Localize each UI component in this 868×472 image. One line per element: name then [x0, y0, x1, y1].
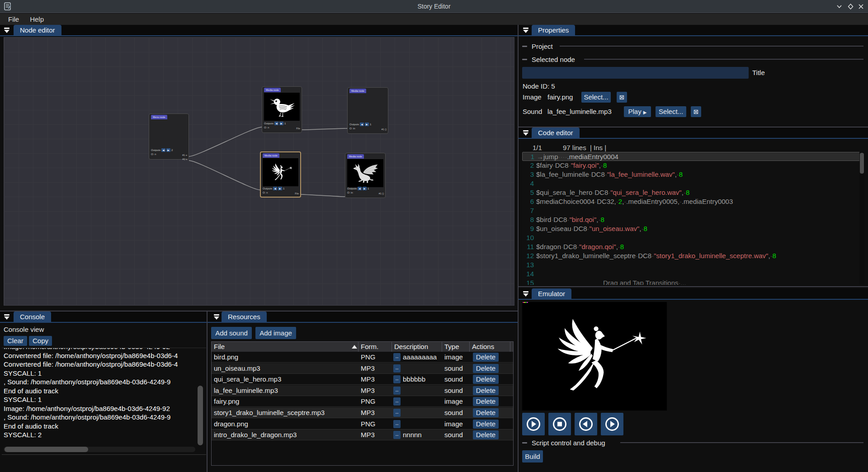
code-line[interactable]: 8$bird·DC8·"bird.qoi",·8 [522, 215, 860, 224]
code-line[interactable]: 7 [522, 206, 860, 215]
tab-resources[interactable]: Resources [222, 312, 267, 322]
code-text-area[interactable]: 1→jump····.mediaEntry00042$fairy·DC8·"fa… [522, 152, 860, 285]
table-row[interactable]: la_fee_luminelle.mp3MP3..soundDelete [212, 385, 513, 396]
edit-description-button[interactable]: .. [393, 431, 401, 439]
table-row[interactable]: dragon.pngPNG..imageDelete [212, 419, 513, 430]
console-horizontal-scrollbar[interactable] [4, 447, 195, 452]
table-row[interactable]: story1_drako_luminelle_sceptre.mp3MP3..s… [212, 407, 513, 418]
delete-button[interactable]: Delete [473, 430, 499, 439]
next-output-button[interactable]: ▶ [363, 187, 367, 190]
table-row[interactable]: qui_sera_le_hero.mp3MP3..bbbbbbsoundDele… [212, 374, 513, 385]
delete-button[interactable]: Delete [473, 420, 499, 429]
node-output-pin[interactable]: #1 () [382, 128, 387, 131]
edit-description-button[interactable]: .. [393, 409, 401, 417]
collapse-icon[interactable] [213, 314, 220, 320]
node-output-pin[interactable]: #1 () [379, 192, 384, 195]
tab-node-editor[interactable]: Node editor [14, 25, 61, 35]
tab-code-editor[interactable]: Code editor [532, 127, 580, 138]
column-header-actions[interactable]: Actions [470, 342, 510, 352]
code-line[interactable]: 10 [522, 233, 860, 242]
back-button[interactable] [575, 413, 597, 435]
delete-button[interactable]: Delete [473, 375, 499, 384]
menu-help[interactable]: Help [24, 14, 49, 24]
code-line[interactable]: 15Drag and Tap Transitions·... [522, 278, 860, 285]
prev-output-button[interactable]: ◀ [273, 187, 277, 190]
collapse-icon[interactable] [4, 314, 10, 320]
prev-output-button[interactable]: ◀ [358, 187, 362, 190]
code-line[interactable]: 11$dragon·DC8·"dragon.qoi",·8 [522, 242, 860, 251]
code-line[interactable]: 4 [522, 179, 860, 188]
node-dragon[interactable]: Media nodeOutputs◀▶1O: in#1 () [345, 153, 386, 198]
table-row[interactable]: bird.pngPNG..aaaaaaaaaimageDelete [212, 352, 513, 363]
edit-description-button[interactable]: .. [393, 375, 401, 383]
sound-play-button[interactable]: Play ▶ [624, 106, 651, 117]
delete-button[interactable]: Delete [473, 397, 499, 406]
add-sound-button[interactable]: Add sound [211, 327, 252, 339]
next-output-button[interactable]: ▶ [365, 123, 369, 126]
sound-clear-button[interactable]: ⊠ [691, 106, 701, 117]
collapse-icon[interactable] [4, 28, 10, 33]
forward-button[interactable] [601, 413, 623, 435]
tab-console[interactable]: Console [14, 312, 51, 322]
resources-table-header[interactable]: FileForm.DescriptionTypeActions [212, 342, 513, 352]
node-menu[interactable]: Menu nodeOutputs◀▶2O: n#1 e#2 s [149, 113, 189, 160]
edit-description-button[interactable]: .. [393, 420, 401, 428]
image-select-button[interactable]: Select... [581, 92, 611, 103]
delete-button[interactable]: Delete [473, 386, 499, 395]
code-line[interactable]: 3$la_fee_luminelle·DC8·"la_fee_luminelle… [522, 170, 860, 179]
close-icon[interactable] [858, 3, 864, 10]
node-bird[interactable]: Media nodeOutputs◀▶1O: nFile [262, 86, 302, 133]
collapse-icon[interactable] [523, 28, 529, 33]
code-line[interactable]: 2$fairy·DC8·"fairy.qoi",·8 [522, 161, 860, 170]
node-output-pin[interactable]: #2 s [183, 158, 187, 160]
edit-description-button[interactable]: .. [393, 353, 401, 361]
play-button[interactable] [522, 413, 545, 435]
menu-file[interactable]: File [3, 14, 24, 24]
edit-description-button[interactable]: .. [393, 364, 401, 373]
edit-description-button[interactable]: .. [393, 387, 401, 395]
delete-button[interactable]: Delete [473, 364, 499, 373]
table-row[interactable]: fairy.pngPNG..imageDelete [212, 396, 513, 407]
maximize-icon[interactable] [847, 3, 854, 10]
column-header-type[interactable]: Type [442, 342, 470, 352]
copy-button[interactable]: Copy [29, 336, 52, 346]
code-line[interactable]: 5$qui_sera_le_hero·DC8·"qui_sera_le_hero… [522, 188, 860, 197]
add-image-button[interactable]: Add image [255, 327, 296, 339]
collapse-icon[interactable] [523, 291, 529, 297]
minimize-icon[interactable] [836, 3, 843, 10]
node-fairy[interactable]: Media nodeOutputs◀▶1O: nFile [260, 151, 301, 198]
tab-emulator[interactable]: Emulator [532, 288, 571, 299]
clear-button[interactable]: Clear [4, 336, 27, 346]
delete-button[interactable]: Delete [473, 353, 499, 362]
table-row[interactable]: intro_drako_le_dragon.mp3MP3..nnnnnsound… [212, 430, 513, 440]
sound-select-button[interactable]: Select... [656, 106, 686, 117]
stop-button[interactable] [548, 413, 571, 435]
code-line[interactable]: 14 [522, 269, 860, 278]
code-line[interactable]: 13 [522, 260, 860, 269]
next-output-button[interactable]: ▶ [279, 122, 283, 125]
code-scrollbar[interactable] [859, 152, 864, 285]
node-output-pin[interactable]: File [295, 192, 299, 195]
prev-output-button[interactable]: ◀ [360, 123, 364, 126]
title-input[interactable] [522, 67, 749, 79]
collapse-icon[interactable] [523, 130, 529, 136]
column-header-description[interactable]: Description [392, 342, 442, 352]
code-line[interactable]: 6$mediaChoice0004·DC32,·2,·.mediaEntry00… [522, 197, 860, 206]
table-row[interactable]: un_oiseau.mp3MP3..soundDelete [212, 363, 513, 374]
console-vertical-scrollbar[interactable] [198, 386, 203, 445]
tab-properties[interactable]: Properties [532, 25, 575, 35]
code-line[interactable]: 1→jump····.mediaEntry0004 [522, 152, 860, 161]
column-header-file[interactable]: File [212, 342, 359, 352]
next-output-button[interactable]: ▶ [278, 187, 282, 190]
node-output-pin[interactable]: File [296, 127, 300, 130]
next-output-button[interactable]: ▶ [166, 148, 170, 152]
delete-button[interactable]: Delete [473, 408, 499, 417]
node-empty[interactable]: Media nodeOutputs◀▶1O: in#1 () [347, 87, 388, 134]
code-line[interactable]: 9$un_oiseau·DC8·"un_oiseau.wav",·8 [522, 224, 860, 233]
edit-description-button[interactable]: .. [393, 397, 401, 406]
code-line[interactable]: 12$story1_drako_luminelle_sceptre·DC8·"s… [522, 251, 860, 260]
prev-output-button[interactable]: ◀ [274, 122, 278, 125]
prev-output-button[interactable]: ◀ [161, 148, 165, 152]
node-graph-canvas[interactable]: Menu nodeOutputs◀▶2O: n#1 e#2 sMedia nod… [4, 37, 514, 306]
node-output-pin[interactable]: #1 e [182, 154, 187, 156]
